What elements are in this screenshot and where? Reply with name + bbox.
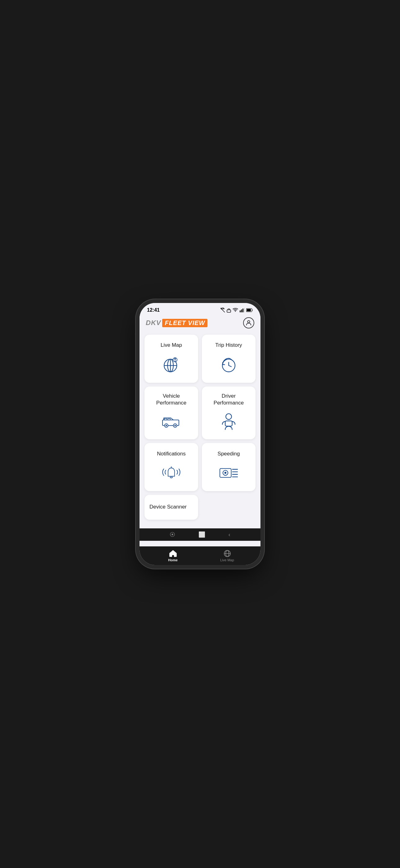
mute-icon — [220, 308, 225, 313]
notifications-label: Notifications — [157, 451, 186, 457]
svg-rect-1 — [227, 310, 231, 312]
wifi-icon — [233, 308, 238, 312]
status-bar: 12:41 — [139, 303, 261, 315]
user-icon — [245, 319, 252, 326]
logo-fleet-view: FLEET VIEW — [162, 319, 207, 327]
svg-rect-24 — [225, 421, 232, 426]
user-account-button[interactable] — [243, 317, 254, 329]
notifications-icon — [161, 462, 182, 484]
live-map-label: Live Map — [161, 342, 182, 349]
main-content: Live Map — [139, 332, 261, 525]
main-scroll-area[interactable]: Live Map — [139, 332, 261, 528]
vehicle-performance-card[interactable]: Vehicle Performance — [144, 386, 198, 439]
home-nav-label: Home — [168, 558, 178, 562]
notifications-card[interactable]: Notifications — [144, 443, 198, 491]
svg-point-23 — [226, 413, 232, 420]
svg-rect-5 — [244, 308, 245, 312]
device-scanner-card[interactable]: Device Scanner — [144, 495, 198, 520]
menu-button[interactable]: ⦿ — [170, 531, 175, 538]
android-nav: ⦿ ⬜ ‹ — [139, 528, 261, 541]
svg-rect-18 — [168, 418, 170, 420]
driver-performance-label: Driver Performance — [214, 393, 244, 406]
device-scanner-label: Device Scanner — [149, 503, 187, 510]
trip-history-label: Trip History — [215, 342, 242, 349]
svg-point-22 — [174, 425, 176, 426]
app-header: DKV FLEET VIEW — [139, 315, 261, 332]
trip-history-icon — [218, 354, 240, 376]
status-icons — [220, 308, 253, 313]
svg-point-8 — [247, 321, 249, 323]
svg-rect-2 — [240, 310, 241, 312]
battery-icon — [246, 308, 253, 312]
driver-performance-card[interactable]: Driver Performance — [202, 386, 256, 439]
status-time: 12:41 — [147, 307, 160, 313]
svg-line-0 — [221, 308, 225, 312]
bottom-nav: Home Live Map — [139, 547, 261, 565]
svg-rect-17 — [164, 418, 167, 420]
bottom-row-grid: Device Scanner — [144, 495, 256, 520]
nav-live-map[interactable]: Live Map — [200, 550, 254, 562]
home-button[interactable]: ⬜ — [198, 531, 205, 538]
svg-rect-4 — [242, 309, 243, 312]
live-map-icon — [161, 354, 182, 376]
signal-icon — [240, 308, 245, 312]
svg-rect-3 — [241, 310, 242, 312]
live-map-nav-icon — [224, 550, 231, 557]
nav-home[interactable]: Home — [146, 550, 200, 562]
logo-container: DKV FLEET VIEW — [146, 319, 207, 327]
back-button[interactable]: ‹ — [229, 531, 230, 538]
menu-grid: Live Map — [144, 335, 256, 491]
live-map-nav-label: Live Map — [220, 558, 234, 562]
svg-point-20 — [166, 425, 167, 426]
vehicle-performance-label: Vehicle Performance — [156, 393, 186, 406]
home-icon — [169, 550, 177, 557]
speeding-icon — [218, 462, 240, 484]
speeding-label: Speeding — [218, 451, 240, 457]
svg-rect-7 — [247, 309, 251, 311]
device-scanner-row: Device Scanner — [144, 495, 256, 520]
trip-history-card[interactable]: Trip History — [202, 335, 256, 383]
speeding-card[interactable]: Speeding — [202, 443, 256, 491]
driver-performance-icon — [218, 411, 240, 433]
live-map-card[interactable]: Live Map — [144, 335, 198, 383]
vehicle-performance-icon — [161, 411, 182, 433]
lock-icon — [227, 308, 231, 313]
logo-dkv: DKV — [146, 319, 161, 327]
phone-frame: 12:41 — [139, 303, 261, 565]
svg-point-28 — [225, 472, 227, 474]
